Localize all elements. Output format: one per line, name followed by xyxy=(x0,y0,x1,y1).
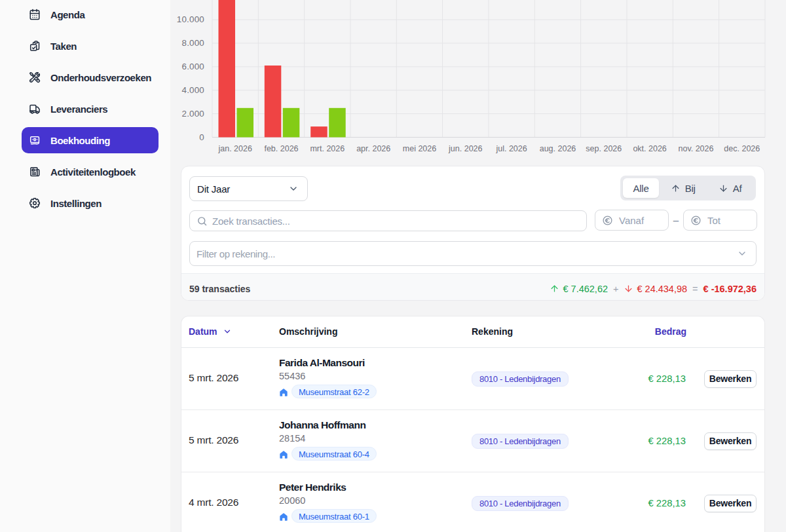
svg-text:6.000: 6.000 xyxy=(181,62,204,71)
svg-text:4.000: 4.000 xyxy=(181,85,204,95)
svg-text:dec. 2026: dec. 2026 xyxy=(724,144,760,153)
svg-text:nov. 2026: nov. 2026 xyxy=(679,144,714,153)
svg-text:sep. 2026: sep. 2026 xyxy=(586,144,622,153)
svg-text:okt. 2026: okt. 2026 xyxy=(633,144,666,153)
svg-text:apr. 2026: apr. 2026 xyxy=(356,144,390,153)
svg-text:mrt. 2026: mrt. 2026 xyxy=(310,144,345,153)
svg-text:mei 2026: mei 2026 xyxy=(403,144,436,153)
svg-text:8.000: 8.000 xyxy=(181,38,204,48)
svg-text:jul. 2026: jul. 2026 xyxy=(495,144,527,153)
svg-text:10.000: 10.000 xyxy=(177,14,204,24)
svg-text:0: 0 xyxy=(199,132,204,142)
svg-text:jan. 2026: jan. 2026 xyxy=(217,144,252,153)
svg-text:feb. 2026: feb. 2026 xyxy=(264,144,298,153)
svg-text:aug. 2026: aug. 2026 xyxy=(540,144,576,153)
svg-text:2.000: 2.000 xyxy=(181,109,204,119)
svg-text:jun. 2026: jun. 2026 xyxy=(448,144,482,153)
